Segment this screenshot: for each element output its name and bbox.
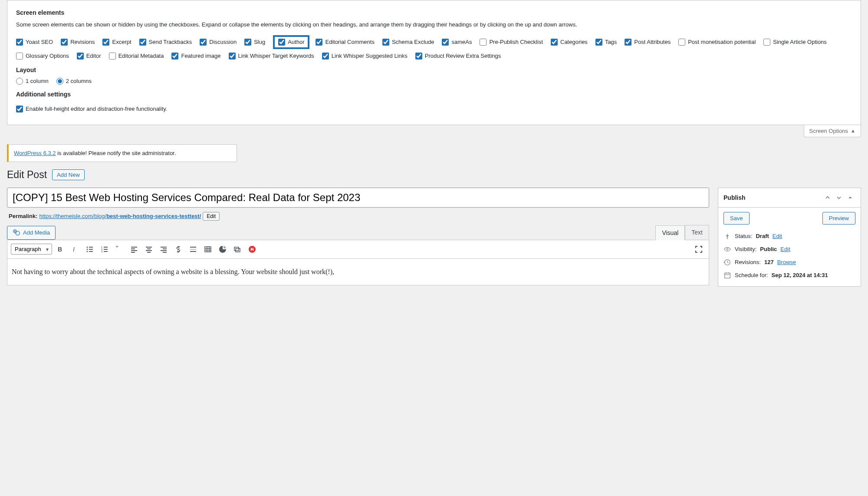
shortcode-button[interactable] (246, 243, 259, 256)
cb-glossary-options[interactable]: Glossary Options (16, 53, 69, 60)
move-down-icon[interactable] (834, 192, 844, 203)
tab-text[interactable]: Text (685, 225, 709, 240)
blockquote-button[interactable]: " (113, 243, 126, 256)
permalink-edit-button[interactable]: Edit (203, 212, 220, 221)
cb-yoast-seo[interactable]: Yoast SEO (16, 35, 53, 49)
cb-product-review[interactable]: Product Review Extra Settings (415, 53, 501, 60)
fullscreen-button[interactable] (692, 243, 705, 256)
cb-post-monetisation-input[interactable] (678, 39, 685, 46)
cb-editor-input[interactable] (77, 53, 84, 60)
table-button[interactable] (201, 243, 214, 256)
visibility-edit-link[interactable]: Edit (780, 246, 790, 252)
update-link[interactable]: WordPress 6.3.2 (14, 150, 56, 156)
numbered-list-button[interactable]: 123 (98, 243, 111, 256)
bullet-list-button[interactable] (83, 243, 96, 256)
cb-link-whisper-suggested-input[interactable] (322, 53, 329, 60)
svg-point-1 (16, 231, 20, 235)
cb-discussion[interactable]: Discussion (200, 35, 237, 49)
cb-slug-input[interactable] (244, 39, 251, 46)
cb-editorial-comments-input[interactable] (316, 39, 322, 46)
svg-rect-32 (205, 247, 211, 252)
cb-featured-image-input[interactable] (171, 53, 178, 60)
cb-slug[interactable]: Slug (244, 35, 265, 49)
cb-post-attributes[interactable]: Post Attributes (625, 35, 671, 49)
cb-author[interactable]: Author (273, 35, 309, 49)
cb-schema-exclude-input[interactable] (382, 39, 389, 46)
cb-excerpt[interactable]: Excerpt (102, 35, 131, 49)
cb-single-article-options[interactable]: Single Article Options (763, 35, 827, 49)
cb-yoast-seo-input[interactable] (16, 39, 23, 46)
layout-2-columns-input[interactable] (56, 78, 63, 85)
cb-schema-exclude[interactable]: Schema Exclude (382, 35, 434, 49)
cb-editorial-metadata-input[interactable] (109, 53, 116, 60)
revisions-browse-link[interactable]: Browse (777, 259, 796, 265)
revisions-line: Revisions: 127 Browse (723, 256, 855, 269)
link-button[interactable] (172, 243, 185, 256)
cb-pre-publish-checklist[interactable]: Pre-Publish Checklist (480, 35, 543, 49)
svg-rect-18 (131, 248, 135, 249)
svg-rect-19 (131, 250, 137, 251)
page-title: Edit Post (7, 169, 47, 181)
cb-full-height-input[interactable] (16, 106, 23, 112)
add-media-button[interactable]: Add Media (7, 226, 56, 240)
post-title-input[interactable] (7, 188, 709, 208)
svg-rect-30 (190, 249, 196, 250)
tab-visual[interactable]: Visual (655, 225, 685, 240)
add-new-button[interactable]: Add New (52, 169, 85, 180)
cb-editor[interactable]: Editor (77, 53, 101, 60)
cb-tags-input[interactable] (595, 39, 602, 46)
permalink-row: Permalink: https://themeisle.com/blog/be… (7, 208, 709, 225)
svg-text:3: 3 (101, 250, 103, 253)
cb-author-input[interactable] (278, 39, 285, 46)
save-button[interactable]: Save (723, 212, 750, 225)
permalink-link[interactable]: https://themeisle.com/blog/best-web-host… (39, 213, 201, 219)
cb-discussion-input[interactable] (200, 39, 207, 46)
format-dropdown[interactable]: Paragraph (11, 244, 52, 255)
cb-full-height[interactable]: Enable full-height editor and distractio… (16, 106, 167, 112)
cb-link-whisper-target[interactable]: Link Whisper Target Keywords (229, 53, 314, 60)
align-right-button[interactable] (157, 243, 170, 256)
italic-button[interactable]: I (69, 243, 82, 256)
svg-rect-22 (147, 248, 151, 249)
toggle-icon[interactable] (845, 192, 855, 203)
cb-post-monetisation[interactable]: Post monetisation potential (678, 35, 756, 49)
layout-1-column-input[interactable] (16, 78, 23, 85)
editor-content[interactable]: Not having to worry about the technical … (7, 259, 709, 285)
align-center-button[interactable] (142, 243, 155, 256)
cb-categories[interactable]: Categories (551, 35, 588, 49)
cb-revisions-input[interactable] (61, 39, 68, 46)
cb-pre-publish-checklist-input[interactable] (480, 39, 487, 46)
cb-revisions[interactable]: Revisions (61, 35, 95, 49)
cb-categories-input[interactable] (551, 39, 558, 46)
cb-tags[interactable]: Tags (595, 35, 617, 49)
align-left-button[interactable] (128, 243, 141, 256)
cb-sameas[interactable]: sameAs (442, 35, 472, 49)
screen-options-toggle[interactable]: Screen Options ▲ (804, 125, 861, 137)
move-up-icon[interactable] (822, 192, 833, 203)
layout-2-columns[interactable]: 2 columns (56, 78, 92, 85)
cb-featured-image[interactable]: Featured image (171, 53, 220, 60)
layout-1-column[interactable]: 1 column (16, 78, 49, 85)
chart-button[interactable] (216, 243, 229, 256)
cb-excerpt-input[interactable] (102, 39, 109, 46)
svg-text:I: I (73, 246, 75, 253)
insert-more-button[interactable] (187, 243, 200, 256)
svg-rect-24 (147, 252, 151, 253)
cb-editorial-comments[interactable]: Editorial Comments (316, 35, 374, 49)
bold-button[interactable]: B (54, 243, 67, 256)
cb-link-whisper-suggested[interactable]: Link Whisper Suggested Links (322, 53, 408, 60)
cb-single-article-options-input[interactable] (763, 39, 770, 46)
cb-link-whisper-target-input[interactable] (229, 53, 236, 60)
cb-editorial-metadata[interactable]: Editorial Metadata (109, 53, 164, 60)
cb-send-trackbacks[interactable]: Send Trackbacks (139, 35, 192, 49)
eye-icon (723, 245, 731, 253)
cb-glossary-options-input[interactable] (16, 53, 23, 60)
svg-rect-21 (146, 247, 152, 248)
status-edit-link[interactable]: Edit (773, 233, 782, 239)
cb-product-review-input[interactable] (415, 53, 422, 60)
cb-post-attributes-input[interactable] (625, 39, 631, 46)
cards-button[interactable] (231, 243, 244, 256)
cb-sameas-input[interactable] (442, 39, 449, 46)
cb-send-trackbacks-input[interactable] (139, 39, 146, 46)
preview-button[interactable]: Preview (822, 212, 855, 225)
